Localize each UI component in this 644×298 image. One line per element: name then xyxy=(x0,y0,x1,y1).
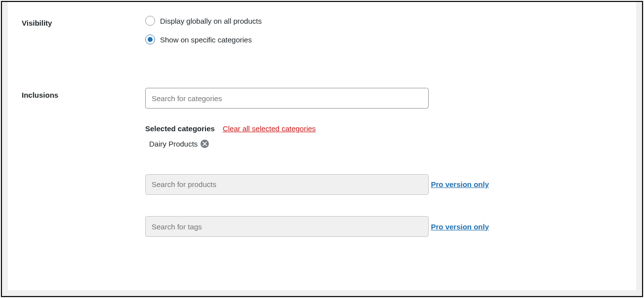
settings-panel-frame: Visibility Display globally on all produ… xyxy=(1,1,643,297)
remove-category-button[interactable] xyxy=(201,140,209,148)
visibility-label-col: Visibility xyxy=(8,16,145,28)
categories-search-input[interactable] xyxy=(145,88,429,109)
tags-search-input xyxy=(145,216,429,237)
visibility-field-col: Display globally on all products Show on… xyxy=(145,16,636,53)
selected-categories-header: Selected categories Clear all selected c… xyxy=(145,124,616,133)
visibility-radio-specific-label: Show on specific categories xyxy=(160,36,252,44)
tags-block: Pro version only xyxy=(145,214,616,237)
products-pro-link[interactable]: Pro version only xyxy=(431,180,489,188)
selected-categories-label: Selected categories xyxy=(145,124,215,133)
visibility-radio-specific[interactable]: Show on specific categories xyxy=(145,35,616,44)
radio-icon xyxy=(145,16,155,26)
inclusions-field-col: Selected categories Clear all selected c… xyxy=(145,88,636,237)
radio-icon xyxy=(145,35,155,44)
inclusions-label-col: Inclusions xyxy=(8,88,145,100)
products-block: Pro version only xyxy=(145,171,616,195)
inclusions-label: Inclusions xyxy=(22,91,58,99)
visibility-radio-global-label: Display globally on all products xyxy=(160,17,262,25)
products-search-input xyxy=(145,174,429,195)
visibility-label: Visibility xyxy=(22,19,52,27)
visibility-row: Visibility Display globally on all produ… xyxy=(8,16,636,53)
close-icon xyxy=(202,142,207,146)
clear-all-categories-link[interactable]: Clear all selected categories xyxy=(223,124,316,133)
visibility-radio-global[interactable]: Display globally on all products xyxy=(145,16,616,26)
inclusions-row: Inclusions Selected categories Clear all… xyxy=(8,88,636,237)
tags-pro-link[interactable]: Pro version only xyxy=(431,223,489,231)
selected-category-tag: Dairy Products xyxy=(149,140,209,148)
selected-category-name: Dairy Products xyxy=(149,140,198,148)
settings-content-panel: Visibility Display globally on all produ… xyxy=(8,2,636,290)
